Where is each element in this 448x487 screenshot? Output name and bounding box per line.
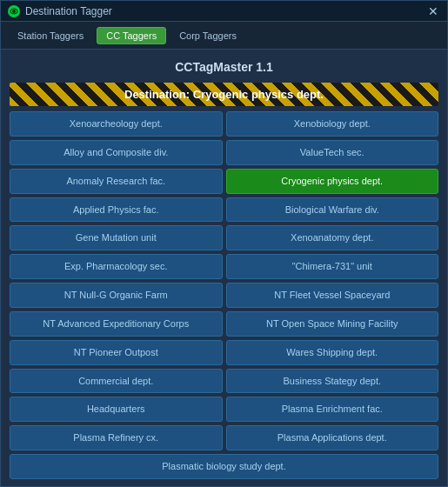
dest-button-6[interactable]: Applied Physics fac.	[10, 197, 223, 223]
dest-button-0[interactable]: Xenoarcheology dept.	[10, 111, 223, 137]
window-title: Destination Tagger	[25, 5, 112, 17]
dest-button-23[interactable]: Plasma Applications dept.	[226, 425, 439, 450]
main-content: CCTagMaster 1.1 Destination: Cryogenic p…	[1, 50, 447, 486]
tab-cc-taggers[interactable]: CC Taggers	[97, 27, 166, 44]
dest-button-22[interactable]: Plasma Refinery cx.	[10, 425, 223, 450]
dest-button-19[interactable]: Business Stategy dept.	[226, 369, 439, 394]
dest-button-18[interactable]: Commercial dept.	[10, 369, 223, 394]
dest-button-12[interactable]: NT Null-G Organic Farm	[10, 283, 223, 308]
dest-button-24[interactable]: Plasmatic biology study dept.	[10, 454, 438, 479]
svg-point-1	[12, 10, 16, 13]
dest-button-4[interactable]: Anomaly Research fac.	[10, 169, 223, 194]
tab-bar: Station Taggers CC Taggers Corp Taggers	[1, 22, 447, 50]
title-bar: Destination Tagger ✕	[1, 1, 447, 22]
dest-button-5[interactable]: Cryogenic physics dept.	[226, 169, 439, 194]
destination-bar: Destination: Cryogenic physics dept.	[10, 83, 438, 106]
tab-corp-taggers[interactable]: Corp Taggers	[170, 27, 246, 44]
title-bar-left: Destination Tagger	[8, 5, 112, 17]
dest-button-10[interactable]: Exp. Pharmacology sec.	[10, 254, 223, 279]
dest-button-8[interactable]: Gene Mutation unit	[10, 225, 223, 250]
tab-station-taggers[interactable]: Station Taggers	[8, 27, 93, 44]
dest-button-17[interactable]: Wares Shipping dept.	[226, 340, 439, 365]
dest-button-11[interactable]: "Chimera-731" unit	[226, 254, 439, 279]
dest-button-14[interactable]: NT Advanced Expeditionary Corps	[10, 311, 223, 337]
dest-button-21[interactable]: Plasma Enrichment fac.	[226, 397, 439, 422]
dest-button-2[interactable]: Alloy and Composite div.	[10, 140, 223, 165]
app-window: Destination Tagger ✕ Station Taggers CC …	[0, 0, 448, 487]
dest-button-7[interactable]: Biological Warfare div.	[226, 197, 439, 223]
dest-button-13[interactable]: NT Fleet Vessel Spaceyard	[226, 283, 439, 308]
dest-button-20[interactable]: Headquarters	[10, 397, 223, 422]
app-title: CCTagMaster 1.1	[10, 57, 438, 77]
eye-icon	[8, 5, 20, 17]
dest-button-1[interactable]: Xenobiology dept.	[226, 111, 439, 137]
close-button[interactable]: ✕	[426, 4, 440, 18]
buttons-grid: Xenoarcheology dept.Xenobiology dept.All…	[10, 111, 438, 479]
dest-button-9[interactable]: Xenoanatomy dept.	[226, 225, 439, 250]
dest-button-3[interactable]: ValueTech sec.	[226, 140, 439, 165]
dest-button-15[interactable]: NT Open Space Mining Facility	[226, 311, 439, 337]
dest-button-16[interactable]: NT Pioneer Outpost	[10, 340, 223, 365]
